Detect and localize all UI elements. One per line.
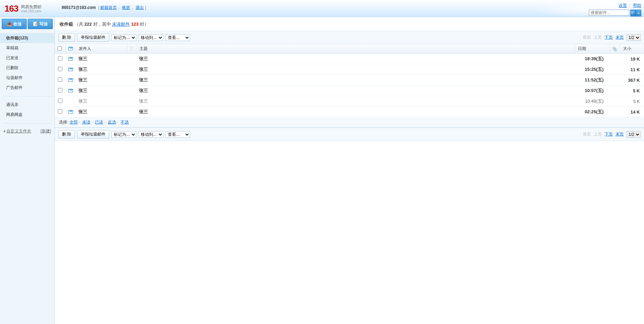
mail-checkbox[interactable] xyxy=(58,99,62,103)
mail-row[interactable]: 张三张三10:49(五)5 K xyxy=(55,96,644,107)
folder-list: 收件箱(123)草稿箱已发送已删除垃圾邮件广告邮件 xyxy=(0,32,54,94)
mail-table: 发件人 主题 日期 📎 大小 张三张三18:39(五)19 K张三张三15:25… xyxy=(55,44,644,117)
move-to-select-bottom[interactable]: 移动到... xyxy=(138,131,163,138)
mail-status-icon xyxy=(68,47,73,50)
pagination-top: 首页 上页 下页 末页 1/2 xyxy=(583,34,641,41)
toolbar-top: 删 除 举报垃圾邮件 标记为... 移动到... 查看... 首页 上页 下页 … xyxy=(55,31,644,44)
mail-date: 18:39(五) xyxy=(575,54,609,64)
col-sender-header[interactable]: 发件人 xyxy=(76,44,127,54)
receive-icon: 📥 xyxy=(7,22,12,26)
mail-row[interactable]: 张三张三11:52(五)367 K xyxy=(55,75,644,86)
page-select[interactable]: 1/2 xyxy=(627,34,641,41)
unread-link[interactable]: 未读邮件 xyxy=(112,22,130,27)
mail-checkbox[interactable] xyxy=(58,88,62,92)
mail-flag xyxy=(127,86,136,96)
sidebar-extra-item[interactable]: 网易网盘 xyxy=(0,110,54,120)
folder-item[interactable]: 收件箱(123) xyxy=(0,33,54,43)
mail-subject: 张三 xyxy=(136,86,575,96)
flag-icon xyxy=(130,46,134,50)
custom-folder-link[interactable]: 自定义文件夹 xyxy=(7,129,31,133)
select-all-checkbox[interactable] xyxy=(58,46,62,51)
link-switch-skin[interactable]: 换肤 xyxy=(122,5,130,10)
main-content: 收件箱 （共 222 封，其中 未读邮件 123 封） 删 除 举报垃圾邮件 标… xyxy=(55,17,644,324)
report-spam-button-bottom[interactable]: 举报垃圾邮件 xyxy=(77,130,109,139)
mail-size: 5 K xyxy=(620,86,644,96)
select-none[interactable]: 不选 xyxy=(121,120,129,125)
mail-checkbox[interactable] xyxy=(58,56,62,61)
mail-row[interactable]: 张三张三02:25(五)14 K xyxy=(55,107,644,117)
inbox-stat-mid: 封，其中 xyxy=(92,22,112,27)
search-button[interactable]: 🔍 xyxy=(630,10,636,16)
mail-date: 11:52(五) xyxy=(575,75,609,86)
sidebar-extra-item[interactable]: 通讯录 xyxy=(0,100,54,110)
logo[interactable]: 163 网易免费邮 mail.163.com xyxy=(4,3,41,14)
mail-subject: 张三 xyxy=(136,54,575,64)
link-mail-home[interactable]: 邮箱首页 xyxy=(100,5,117,10)
col-date-header[interactable]: 日期 xyxy=(575,44,609,54)
report-spam-button[interactable]: 举报垃圾邮件 xyxy=(77,33,109,42)
view-select[interactable]: 查看... xyxy=(165,34,190,41)
col-size-header[interactable]: 大小 xyxy=(620,44,644,54)
folder-item[interactable]: 草稿箱 xyxy=(0,43,54,53)
table-header-row: 发件人 主题 日期 📎 大小 xyxy=(55,44,644,54)
receive-button[interactable]: 📥收信 xyxy=(2,19,27,29)
mail-date: 10:57(五) xyxy=(575,86,609,96)
mail-checkbox[interactable] xyxy=(58,109,62,114)
unread-count: 123 xyxy=(131,22,139,27)
mail-icon xyxy=(68,57,73,61)
page-prev: 上页 xyxy=(594,35,602,40)
mail-size: 367 K xyxy=(620,75,644,86)
search-advanced-button[interactable]: » xyxy=(636,10,641,16)
mail-flag xyxy=(127,107,136,117)
select-read[interactable]: 已读 xyxy=(95,120,103,125)
mail-sender: 张三 xyxy=(76,86,127,96)
move-to-select[interactable]: 移动到... xyxy=(138,34,163,41)
mail-icon xyxy=(68,78,73,82)
inbox-stat-suffix: 封） xyxy=(139,22,149,27)
new-folder-link[interactable]: [新建] xyxy=(40,128,51,134)
mail-sender: 张三 xyxy=(76,96,127,107)
col-flag-header xyxy=(127,44,136,54)
compose-label: 写信 xyxy=(39,22,48,26)
compose-icon: 📝 xyxy=(33,22,38,26)
mail-checkbox[interactable] xyxy=(58,67,62,71)
mail-row[interactable]: 张三张三18:39(五)19 K xyxy=(55,54,644,64)
link-help[interactable]: 帮助 xyxy=(633,3,641,8)
mail-checkbox[interactable] xyxy=(58,77,62,82)
toolbar-actions: 删 除 举报垃圾邮件 标记为... 移动到... 查看... xyxy=(58,33,190,42)
logo-text: 网易免费邮 mail.163.com xyxy=(21,4,41,13)
link-settings[interactable]: 设置 xyxy=(619,3,627,8)
page-select-bottom[interactable]: 1/2 xyxy=(627,131,641,138)
inbox-stat-prefix: （共 xyxy=(74,22,85,27)
logo-number: 163 xyxy=(4,3,18,14)
mail-flag xyxy=(127,64,136,75)
select-all[interactable]: 全部 xyxy=(70,120,78,125)
page-last-bottom[interactable]: 末页 xyxy=(616,131,624,137)
page-next-bottom[interactable]: 下页 xyxy=(605,131,613,137)
mail-attach xyxy=(609,96,620,107)
folder-item[interactable]: 已发送 xyxy=(0,53,54,63)
delete-button[interactable]: 删 除 xyxy=(58,33,75,42)
mark-as-select[interactable]: 标记为... xyxy=(111,34,136,41)
folder-item[interactable]: 广告邮件 xyxy=(0,83,54,93)
page-last[interactable]: 末页 xyxy=(616,35,624,40)
select-unread[interactable]: 未读 xyxy=(82,120,90,125)
mail-row[interactable]: 张三张三15:25(五)11 K xyxy=(55,64,644,75)
mail-row[interactable]: 张三张三10:57(五)5 K xyxy=(55,86,644,96)
search-input[interactable] xyxy=(589,10,629,16)
link-logout[interactable]: 退出 xyxy=(136,5,144,10)
select-invert[interactable]: 反选 xyxy=(108,120,116,125)
mail-subject: 张三 xyxy=(136,75,575,86)
header: 163 网易免费邮 mail.163.com 865171@163.com [ … xyxy=(0,0,644,17)
view-select-bottom[interactable]: 查看... xyxy=(165,131,190,138)
folder-item[interactable]: 已删除 xyxy=(0,63,54,73)
mark-as-select-bottom[interactable]: 标记为... xyxy=(111,131,136,138)
mail-attach xyxy=(609,75,620,86)
delete-button-bottom[interactable]: 删 除 xyxy=(58,130,75,139)
page-next[interactable]: 下页 xyxy=(605,35,613,40)
chevron-left-icon[interactable] xyxy=(3,130,5,133)
col-subject-header[interactable]: 主题 xyxy=(136,44,575,54)
mail-subject: 张三 xyxy=(136,64,575,75)
compose-button[interactable]: 📝写信 xyxy=(28,19,53,29)
folder-item[interactable]: 垃圾邮件 xyxy=(0,73,54,83)
